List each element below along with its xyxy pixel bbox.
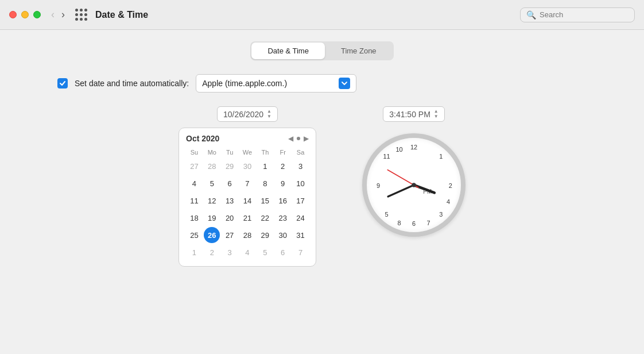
cal-day[interactable]: 31 xyxy=(293,227,309,243)
svg-text:10: 10 xyxy=(395,146,402,153)
calendar-header: Oct 2020 ◀ ▶ xyxy=(186,134,309,143)
cal-day[interactable]: 29 xyxy=(222,158,238,174)
search-input[interactable] xyxy=(540,10,629,19)
svg-text:12: 12 xyxy=(410,144,417,151)
cal-day[interactable]: 7 xyxy=(239,175,255,191)
cal-day[interactable]: 27 xyxy=(222,227,238,243)
grid-icon[interactable] xyxy=(75,9,87,21)
content-area: Date & Time Time Zone Set date and time … xyxy=(0,30,644,354)
dow-th: Th xyxy=(257,148,273,157)
cal-day[interactable]: 4 xyxy=(239,244,255,260)
cal-day[interactable]: 28 xyxy=(239,227,255,243)
cal-day[interactable]: 4 xyxy=(186,175,202,191)
calendar-prev[interactable]: ◀ xyxy=(288,134,293,143)
close-button[interactable] xyxy=(9,11,17,18)
cal-day-selected[interactable]: 26 xyxy=(204,227,220,243)
dow-sa: Sa xyxy=(292,148,309,157)
server-name: Apple (time.apple.com.) xyxy=(202,79,287,88)
dow-we: We xyxy=(239,148,256,157)
cal-day[interactable]: 1 xyxy=(257,158,273,174)
time-section: 3:41:50 PM ▲ ▼ 12 1 2 3 6 5 xyxy=(362,106,465,237)
cal-day[interactable]: 11 xyxy=(186,193,202,209)
cal-day[interactable]: 17 xyxy=(293,193,309,209)
nav-arrows: ‹ › xyxy=(51,9,65,21)
cal-day[interactable]: 6 xyxy=(222,175,238,191)
cal-day[interactable]: 3 xyxy=(293,158,309,174)
date-stepper[interactable]: ▲ ▼ xyxy=(267,109,271,119)
cal-day[interactable]: 16 xyxy=(275,193,291,209)
date-value: 10/26/2020 xyxy=(223,110,263,119)
search-box[interactable]: 🔍 xyxy=(520,7,635,22)
cal-day[interactable]: 1 xyxy=(186,244,202,260)
cal-day[interactable]: 20 xyxy=(222,210,238,226)
svg-text:7: 7 xyxy=(426,220,430,226)
cal-day[interactable]: 27 xyxy=(186,158,202,174)
time-stepper[interactable]: ▲ ▼ xyxy=(434,109,439,119)
cal-day[interactable]: 21 xyxy=(239,210,255,226)
svg-text:5: 5 xyxy=(385,211,389,218)
minimize-button[interactable] xyxy=(21,11,29,18)
cal-day[interactable]: 2 xyxy=(204,244,220,260)
dow-tu: Tu xyxy=(222,148,238,157)
auto-set-row: Set date and time automatically: Apple (… xyxy=(57,74,356,93)
time-input[interactable]: 3:41:50 PM ▲ ▼ xyxy=(383,106,445,122)
window-controls xyxy=(9,11,41,18)
cal-day[interactable]: 12 xyxy=(204,193,220,209)
cal-day[interactable]: 13 xyxy=(222,193,238,209)
cal-day[interactable]: 22 xyxy=(257,210,273,226)
time-down-arrow[interactable]: ▼ xyxy=(434,114,439,119)
main-section: 10/26/2020 ▲ ▼ Oct 2020 ◀ ▶ xyxy=(23,106,621,267)
dow-su: Su xyxy=(186,148,203,157)
cal-day[interactable]: 30 xyxy=(275,227,291,243)
cal-day[interactable]: 6 xyxy=(275,244,291,260)
dropdown-button[interactable] xyxy=(339,78,350,89)
cal-day[interactable]: 5 xyxy=(204,175,220,191)
calendar-grid: Su Mo Tu We Th Fr Sa 27 28 29 30 1 2 3 xyxy=(186,148,309,260)
cal-day[interactable]: 25 xyxy=(186,227,202,243)
minute-hand xyxy=(388,185,414,197)
cal-day[interactable]: 18 xyxy=(186,210,202,226)
cal-day[interactable]: 23 xyxy=(275,210,291,226)
tab-bar: Date & Time Time Zone xyxy=(250,41,393,60)
auto-set-checkbox[interactable] xyxy=(57,78,68,88)
calendar-today-dot[interactable] xyxy=(297,137,300,140)
cal-day[interactable]: 19 xyxy=(204,210,220,226)
cal-day[interactable]: 5 xyxy=(257,244,273,260)
tab-date-time[interactable]: Date & Time xyxy=(251,43,325,59)
maximize-button[interactable] xyxy=(33,11,41,18)
svg-text:9: 9 xyxy=(377,182,380,189)
calendar-next[interactable]: ▶ xyxy=(304,134,309,143)
server-dropdown[interactable]: Apple (time.apple.com.) xyxy=(196,74,356,93)
cal-day[interactable]: 28 xyxy=(204,158,220,174)
tab-time-zone[interactable]: Time Zone xyxy=(325,43,393,59)
cal-day[interactable]: 3 xyxy=(222,244,238,260)
dow-mo: Mo xyxy=(204,148,220,157)
cal-day[interactable]: 10 xyxy=(293,175,309,191)
time-value: 3:41:50 PM xyxy=(389,110,430,119)
cal-day[interactable]: 29 xyxy=(257,227,273,243)
time-up-arrow[interactable]: ▲ xyxy=(434,109,439,114)
forward-arrow[interactable]: › xyxy=(61,9,65,21)
date-up-arrow[interactable]: ▲ xyxy=(267,109,271,114)
date-section: 10/26/2020 ▲ ▼ Oct 2020 ◀ ▶ xyxy=(179,106,316,267)
auto-set-label: Set date and time automatically: xyxy=(75,79,189,88)
dow-fr: Fr xyxy=(274,148,291,157)
titlebar: ‹ › Date & Time 🔍 xyxy=(0,0,644,30)
cal-day[interactable]: 2 xyxy=(275,158,291,174)
svg-text:6: 6 xyxy=(412,220,416,227)
cal-day[interactable]: 7 xyxy=(293,244,309,260)
svg-text:2: 2 xyxy=(449,182,452,189)
cal-day[interactable]: 15 xyxy=(257,193,273,209)
date-input[interactable]: 10/26/2020 ▲ ▼ xyxy=(217,106,278,122)
svg-text:1: 1 xyxy=(439,153,443,160)
cal-day[interactable]: 8 xyxy=(257,175,273,191)
cal-day[interactable]: 30 xyxy=(239,158,255,174)
cal-day[interactable]: 14 xyxy=(239,193,255,209)
svg-text:4: 4 xyxy=(447,198,450,205)
svg-text:11: 11 xyxy=(383,153,390,160)
clock-svg: 12 1 2 3 6 5 9 11 10 4 7 8 xyxy=(367,138,461,232)
date-down-arrow[interactable]: ▼ xyxy=(267,114,271,119)
cal-day[interactable]: 24 xyxy=(293,210,309,226)
back-arrow[interactable]: ‹ xyxy=(51,9,55,21)
cal-day[interactable]: 9 xyxy=(275,175,291,191)
